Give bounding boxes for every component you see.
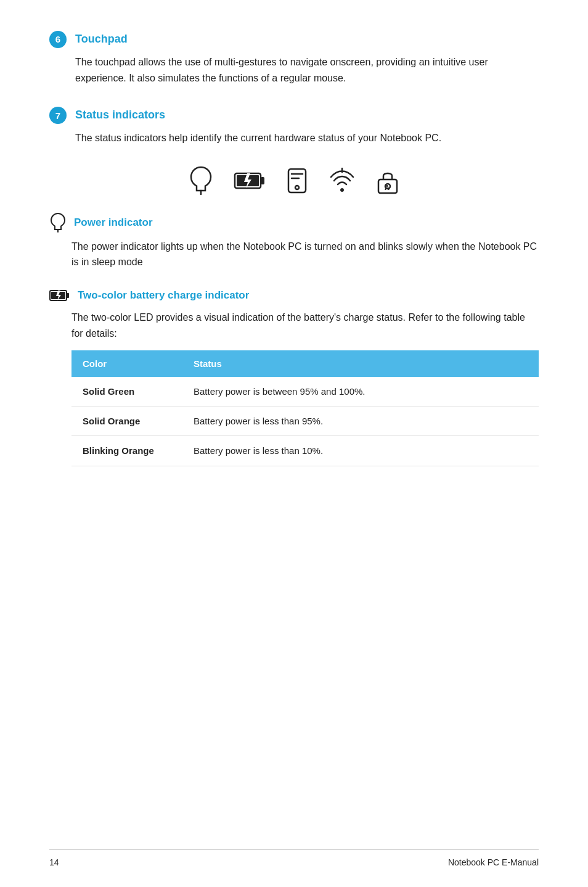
table-header-color: Color — [71, 350, 182, 377]
sub-title-battery: Two-color battery charge indicator — [78, 287, 249, 303]
table-cell-color: Solid Green — [71, 377, 182, 406]
badge-7: 7 — [49, 107, 67, 124]
subsection-battery: Two-color battery charge indicator The t… — [49, 287, 539, 466]
power-sub-icon — [49, 213, 67, 233]
section-body-touchpad: The touchpad allows the use of multi-ges… — [75, 54, 539, 86]
wifi-icon — [329, 167, 356, 194]
sub-body-battery: The two-color LED provides a visual indi… — [71, 310, 539, 341]
power-icon — [188, 166, 214, 196]
badge-6: 6 — [49, 31, 67, 48]
table-cell-color: Blinking Orange — [71, 436, 182, 466]
svg-point-5 — [295, 186, 299, 189]
table-cell-status: Battery power is between 95% and 100%. — [182, 377, 539, 406]
svg-rect-2 — [261, 177, 264, 184]
table-cell-status: Battery power is less than 10%. — [182, 436, 539, 466]
battery-sub-icon — [49, 288, 70, 303]
table-header-status: Status — [182, 350, 539, 377]
status-icons-row: A — [49, 166, 539, 196]
page-footer: 14 Notebook PC E-Manual — [49, 849, 539, 870]
sub-title-power: Power indicator — [74, 215, 153, 231]
footer-page-number: 14 — [49, 856, 59, 870]
table-row: Solid OrangeBattery power is less than 9… — [71, 406, 539, 436]
sub-body-power: The power indicator lights up when the N… — [71, 239, 539, 270]
table-cell-color: Solid Orange — [71, 406, 182, 436]
table-cell-status: Battery power is less than 95%. — [182, 406, 539, 436]
section-title-status: Status indicators — [75, 105, 165, 124]
drive-icon — [285, 168, 309, 194]
svg-text:A: A — [385, 184, 390, 191]
battery-charge-icon — [234, 170, 266, 192]
section-title-touchpad: Touchpad — [75, 30, 128, 48]
section-body-status: The status indicators help identify the … — [75, 130, 539, 146]
section-status-indicators: 7 Status indicators The status indicator… — [49, 105, 539, 146]
subsection-power: Power indicator The power indicator ligh… — [49, 213, 539, 270]
table-header-row: Color Status — [71, 350, 539, 377]
section-touchpad: 6 Touchpad The touchpad allows the use o… — [49, 30, 539, 86]
table-row: Blinking OrangeBattery power is less tha… — [71, 436, 539, 466]
svg-rect-14 — [67, 293, 69, 298]
footer-manual-title: Notebook PC E-Manual — [448, 856, 539, 870]
battery-table: Color Status Solid GreenBattery power is… — [71, 350, 539, 466]
caps-lock-icon: A — [375, 166, 400, 196]
table-row: Solid GreenBattery power is between 95% … — [71, 377, 539, 406]
